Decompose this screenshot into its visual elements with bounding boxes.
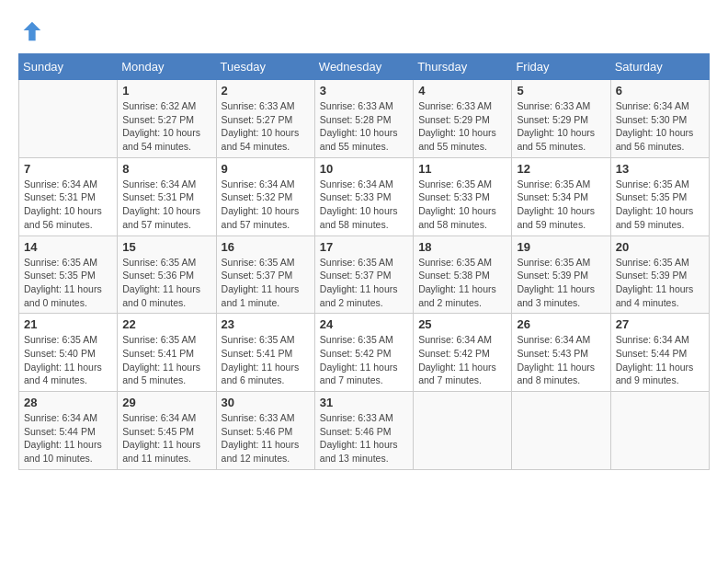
- day-number: 31: [320, 396, 408, 409]
- day-cell: [512, 392, 610, 470]
- day-number: 29: [122, 396, 210, 409]
- logo: [18, 18, 48, 44]
- week-row-1: 1Sunrise: 6:32 AMSunset: 5:27 PMDaylight…: [19, 80, 710, 158]
- day-number: 22: [122, 317, 210, 331]
- day-number: 10: [320, 162, 408, 176]
- day-cell: 1Sunrise: 6:32 AMSunset: 5:27 PMDaylight…: [118, 80, 216, 158]
- day-info: Sunrise: 6:33 AMSunset: 5:46 PMDaylight:…: [320, 411, 408, 465]
- day-info: Sunrise: 6:34 AMSunset: 5:31 PMDaylight:…: [24, 178, 112, 232]
- weekday-header-row: SundayMondayTuesdayWednesdayThursdayFrid…: [19, 54, 710, 80]
- day-number: 1: [122, 84, 210, 98]
- page-header: [18, 18, 710, 44]
- day-number: 15: [122, 240, 210, 254]
- day-info: Sunrise: 6:35 AMSunset: 5:36 PMDaylight:…: [122, 256, 210, 310]
- day-number: 16: [222, 240, 310, 254]
- weekday-header-thursday: Thursday: [414, 54, 512, 80]
- day-cell: 14Sunrise: 6:35 AMSunset: 5:35 PMDayligh…: [19, 236, 118, 314]
- weekday-header-friday: Friday: [512, 54, 610, 80]
- day-cell: 23Sunrise: 6:35 AMSunset: 5:41 PMDayligh…: [216, 314, 314, 392]
- day-cell: 25Sunrise: 6:34 AMSunset: 5:42 PMDayligh…: [414, 314, 512, 392]
- day-info: Sunrise: 6:35 AMSunset: 5:37 PMDaylight:…: [222, 256, 310, 310]
- day-cell: 28Sunrise: 6:34 AMSunset: 5:44 PMDayligh…: [19, 392, 118, 470]
- day-cell: 10Sunrise: 6:34 AMSunset: 5:33 PMDayligh…: [314, 157, 413, 236]
- day-number: 9: [222, 162, 310, 176]
- day-info: Sunrise: 6:35 AMSunset: 5:42 PMDaylight:…: [320, 333, 408, 387]
- day-number: 25: [418, 317, 506, 331]
- day-number: 11: [418, 162, 506, 176]
- day-cell: 22Sunrise: 6:35 AMSunset: 5:41 PMDayligh…: [118, 314, 216, 392]
- day-cell: 26Sunrise: 6:34 AMSunset: 5:43 PMDayligh…: [512, 314, 610, 392]
- day-info: Sunrise: 6:34 AMSunset: 5:33 PMDaylight:…: [320, 178, 408, 232]
- day-cell: 9Sunrise: 6:34 AMSunset: 5:32 PMDaylight…: [216, 157, 314, 236]
- day-info: Sunrise: 6:33 AMSunset: 5:27 PMDaylight:…: [222, 99, 310, 154]
- day-info: Sunrise: 6:35 AMSunset: 5:35 PMDaylight:…: [24, 256, 112, 310]
- day-number: 7: [24, 162, 112, 176]
- day-info: Sunrise: 6:34 AMSunset: 5:44 PMDaylight:…: [616, 333, 704, 387]
- day-info: Sunrise: 6:34 AMSunset: 5:43 PMDaylight:…: [517, 333, 605, 387]
- weekday-header-wednesday: Wednesday: [314, 54, 413, 80]
- day-number: 2: [222, 84, 310, 98]
- weekday-header-sunday: Sunday: [19, 54, 118, 80]
- day-cell: 4Sunrise: 6:33 AMSunset: 5:29 PMDaylight…: [414, 80, 512, 158]
- day-number: 4: [418, 84, 506, 98]
- day-cell: 31Sunrise: 6:33 AMSunset: 5:46 PMDayligh…: [314, 392, 413, 470]
- day-info: Sunrise: 6:34 AMSunset: 5:32 PMDaylight:…: [222, 178, 310, 232]
- day-cell: 17Sunrise: 6:35 AMSunset: 5:37 PMDayligh…: [314, 236, 413, 314]
- day-info: Sunrise: 6:34 AMSunset: 5:30 PMDaylight:…: [616, 99, 704, 154]
- day-number: 26: [517, 317, 605, 331]
- day-number: 13: [616, 162, 704, 176]
- day-info: Sunrise: 6:35 AMSunset: 5:39 PMDaylight:…: [517, 256, 605, 310]
- day-info: Sunrise: 6:34 AMSunset: 5:42 PMDaylight:…: [418, 333, 506, 387]
- day-info: Sunrise: 6:35 AMSunset: 5:41 PMDaylight:…: [222, 333, 310, 387]
- day-cell: 27Sunrise: 6:34 AMSunset: 5:44 PMDayligh…: [610, 314, 709, 392]
- day-number: 6: [616, 84, 704, 98]
- day-number: 27: [616, 317, 704, 331]
- day-cell: 7Sunrise: 6:34 AMSunset: 5:31 PMDaylight…: [19, 157, 118, 236]
- day-number: 30: [222, 396, 310, 409]
- day-cell: [414, 392, 512, 470]
- calendar-table: SundayMondayTuesdayWednesdayThursdayFrid…: [18, 53, 710, 470]
- day-cell: 2Sunrise: 6:33 AMSunset: 5:27 PMDaylight…: [216, 80, 314, 158]
- day-info: Sunrise: 6:35 AMSunset: 5:41 PMDaylight:…: [122, 333, 210, 387]
- day-cell: 5Sunrise: 6:33 AMSunset: 5:29 PMDaylight…: [512, 80, 610, 158]
- day-cell: 20Sunrise: 6:35 AMSunset: 5:39 PMDayligh…: [610, 236, 709, 314]
- svg-marker-0: [24, 22, 41, 41]
- day-number: 21: [24, 317, 112, 331]
- day-number: 20: [616, 240, 704, 254]
- day-number: 12: [517, 162, 605, 176]
- day-cell: 8Sunrise: 6:34 AMSunset: 5:31 PMDaylight…: [118, 157, 216, 236]
- day-number: 17: [320, 240, 408, 254]
- day-cell: 15Sunrise: 6:35 AMSunset: 5:36 PMDayligh…: [118, 236, 216, 314]
- day-cell: [610, 392, 709, 470]
- day-info: Sunrise: 6:35 AMSunset: 5:39 PMDaylight:…: [616, 256, 704, 310]
- day-info: Sunrise: 6:35 AMSunset: 5:40 PMDaylight:…: [24, 333, 112, 387]
- day-cell: 6Sunrise: 6:34 AMSunset: 5:30 PMDaylight…: [610, 80, 709, 158]
- week-row-3: 14Sunrise: 6:35 AMSunset: 5:35 PMDayligh…: [19, 236, 710, 314]
- day-cell: 24Sunrise: 6:35 AMSunset: 5:42 PMDayligh…: [314, 314, 413, 392]
- day-cell: 12Sunrise: 6:35 AMSunset: 5:34 PMDayligh…: [512, 157, 610, 236]
- day-info: Sunrise: 6:35 AMSunset: 5:35 PMDaylight:…: [616, 178, 704, 232]
- week-row-5: 28Sunrise: 6:34 AMSunset: 5:44 PMDayligh…: [19, 392, 710, 470]
- day-info: Sunrise: 6:35 AMSunset: 5:34 PMDaylight:…: [517, 178, 605, 232]
- day-cell: 21Sunrise: 6:35 AMSunset: 5:40 PMDayligh…: [19, 314, 118, 392]
- day-info: Sunrise: 6:32 AMSunset: 5:27 PMDaylight:…: [122, 99, 210, 154]
- day-number: 19: [517, 240, 605, 254]
- day-cell: 13Sunrise: 6:35 AMSunset: 5:35 PMDayligh…: [610, 157, 709, 236]
- day-info: Sunrise: 6:34 AMSunset: 5:45 PMDaylight:…: [122, 411, 210, 465]
- day-number: 23: [222, 317, 310, 331]
- day-cell: [19, 80, 118, 158]
- day-cell: 18Sunrise: 6:35 AMSunset: 5:38 PMDayligh…: [414, 236, 512, 314]
- day-cell: 16Sunrise: 6:35 AMSunset: 5:37 PMDayligh…: [216, 236, 314, 314]
- weekday-header-saturday: Saturday: [610, 54, 709, 80]
- logo-icon: [18, 18, 44, 44]
- day-info: Sunrise: 6:33 AMSunset: 5:29 PMDaylight:…: [517, 99, 605, 154]
- weekday-header-tuesday: Tuesday: [216, 54, 314, 80]
- day-cell: 30Sunrise: 6:33 AMSunset: 5:46 PMDayligh…: [216, 392, 314, 470]
- weekday-header-monday: Monday: [118, 54, 216, 80]
- week-row-4: 21Sunrise: 6:35 AMSunset: 5:40 PMDayligh…: [19, 314, 710, 392]
- day-number: 28: [24, 396, 112, 409]
- day-number: 24: [320, 317, 408, 331]
- day-info: Sunrise: 6:33 AMSunset: 5:46 PMDaylight:…: [222, 411, 310, 465]
- day-info: Sunrise: 6:35 AMSunset: 5:37 PMDaylight:…: [320, 256, 408, 310]
- day-number: 3: [320, 84, 408, 98]
